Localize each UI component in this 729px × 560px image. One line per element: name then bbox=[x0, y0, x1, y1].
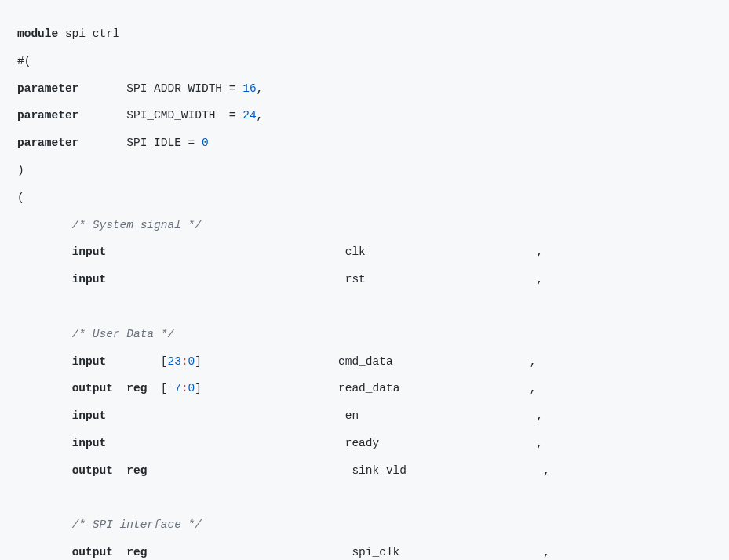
keyword-output: output bbox=[72, 546, 113, 558]
port-spi-clk: spi_clk bbox=[352, 546, 399, 558]
close-paren: ) bbox=[17, 164, 24, 176]
hash-paren: #( bbox=[17, 55, 31, 67]
keyword-input: input bbox=[72, 409, 107, 422]
code-block: module spi_ctrl #( parameter SPI_ADDR_WI… bbox=[17, 20, 712, 560]
comment-user: /* User Data */ bbox=[72, 328, 175, 340]
comma: , bbox=[257, 82, 264, 95]
port-cmd-data: cmd_data bbox=[338, 355, 393, 368]
open-paren: ( bbox=[17, 191, 24, 204]
param-name: SPI_IDLE bbox=[126, 136, 181, 149]
keyword-input: input bbox=[72, 245, 107, 258]
colon: : bbox=[181, 382, 188, 395]
param-value: 0 bbox=[202, 136, 209, 149]
keyword-output: output bbox=[72, 382, 113, 395]
param-name: SPI_CMD_WIDTH bbox=[126, 109, 215, 122]
comma: , bbox=[530, 355, 537, 368]
keyword-input: input bbox=[72, 355, 107, 368]
eq: = bbox=[215, 109, 242, 122]
comment-system: /* System signal */ bbox=[72, 219, 202, 231]
keyword-parameter: parameter bbox=[17, 109, 78, 122]
keyword-reg: reg bbox=[126, 464, 147, 477]
param-name: SPI_ADDR_WIDTH bbox=[126, 82, 222, 95]
range-lo: 0 bbox=[188, 382, 195, 395]
keyword-output: output bbox=[72, 464, 113, 477]
keyword-parameter: parameter bbox=[17, 82, 78, 95]
keyword-input: input bbox=[72, 437, 107, 449]
comment-spi: /* SPI interface */ bbox=[72, 518, 202, 531]
port-en: en bbox=[345, 409, 359, 422]
port-sink-vld: sink_vld bbox=[352, 464, 406, 477]
comma: , bbox=[536, 245, 543, 258]
range-hi: 7 bbox=[167, 382, 180, 395]
comma: , bbox=[543, 464, 550, 477]
rbrack: ] bbox=[195, 382, 202, 395]
keyword-input: input bbox=[72, 273, 107, 285]
port-ready: ready bbox=[345, 437, 380, 449]
comma: , bbox=[257, 109, 264, 122]
keyword-reg: reg bbox=[126, 382, 147, 395]
comma: , bbox=[530, 382, 537, 395]
comma: , bbox=[536, 273, 543, 285]
port-read-data: read_data bbox=[338, 382, 399, 395]
param-value: 16 bbox=[242, 82, 256, 95]
module-name: spi_ctrl bbox=[65, 27, 120, 40]
comma: , bbox=[543, 546, 550, 558]
rbrack: ] bbox=[195, 355, 202, 368]
eq: = bbox=[222, 82, 242, 95]
comma: , bbox=[536, 409, 543, 422]
comma: , bbox=[536, 437, 543, 449]
range-lo: 0 bbox=[188, 355, 195, 368]
keyword-parameter: parameter bbox=[17, 136, 78, 149]
range-hi: 23 bbox=[167, 355, 180, 368]
keyword-reg: reg bbox=[126, 546, 147, 558]
keyword-module: module bbox=[17, 27, 58, 40]
port-clk: clk bbox=[345, 245, 366, 258]
eq: = bbox=[181, 136, 202, 149]
port-rst: rst bbox=[345, 273, 366, 285]
colon: : bbox=[181, 355, 188, 368]
param-value: 24 bbox=[242, 109, 256, 122]
